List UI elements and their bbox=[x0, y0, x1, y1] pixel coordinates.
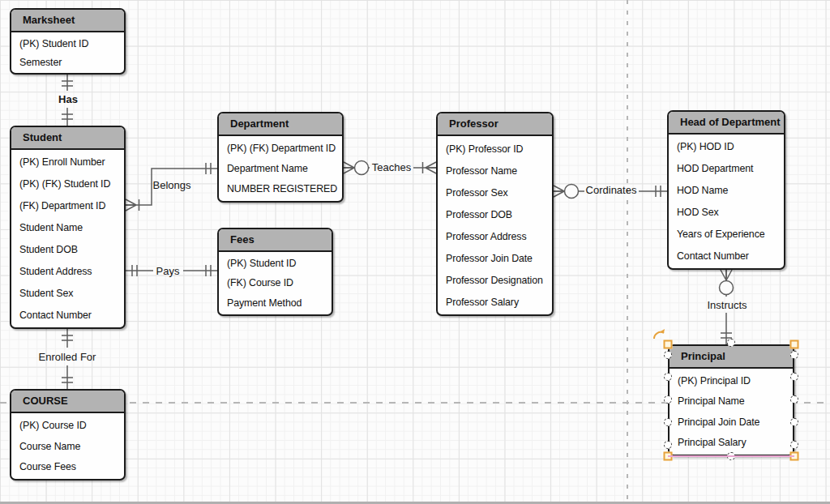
connection-point[interactable] bbox=[664, 351, 672, 359]
connection-point[interactable] bbox=[664, 373, 672, 381]
attribute-row[interactable]: (PK) Student ID bbox=[219, 254, 332, 273]
attribute-row[interactable]: Professor Join Date bbox=[438, 247, 552, 269]
attribute-row[interactable]: (FK) Course ID bbox=[219, 273, 332, 293]
diagram-canvas[interactable]: Marksheet(PK) Student IDSemesterStudent(… bbox=[0, 0, 830, 504]
attribute-row[interactable]: Course Fees bbox=[11, 456, 124, 477]
attribute-list: (PK) Professor IDProfessor NameProfessor… bbox=[438, 136, 552, 314]
entity-title-course[interactable]: COURSE bbox=[11, 391, 124, 413]
relationship-label-belongs[interactable]: Belongs bbox=[152, 179, 193, 191]
attribute-row[interactable]: Professor Sex bbox=[438, 182, 552, 203]
attribute-row[interactable]: Contact Number bbox=[669, 245, 784, 267]
attribute-row[interactable]: Principal Join Date bbox=[670, 412, 793, 433]
relationship-label-enrolled-for[interactable]: Enrolled For bbox=[37, 351, 98, 363]
attribute-row[interactable]: Course Name bbox=[11, 436, 124, 457]
entity-course[interactable]: COURSE(PK) Course IDCourse NameCourse Fe… bbox=[10, 389, 126, 481]
entity-marksheet[interactable]: Marksheet(PK) Student IDSemester bbox=[10, 8, 126, 75]
entity-fees[interactable]: Fees(PK) Student ID(FK) Course IDPayment… bbox=[217, 228, 333, 316]
attribute-row[interactable]: Student Name bbox=[11, 217, 124, 239]
connection-point[interactable] bbox=[727, 339, 735, 347]
attribute-row[interactable]: Years of Experience bbox=[669, 223, 784, 245]
attribute-row[interactable]: Student Sex bbox=[11, 282, 124, 304]
attribute-row[interactable]: NUMBER REGISTERED bbox=[219, 179, 342, 199]
attribute-row[interactable]: HOD Name bbox=[669, 180, 784, 202]
entity-title-principal[interactable]: Principal bbox=[670, 346, 793, 369]
attribute-row[interactable]: HOD Sex bbox=[669, 201, 784, 223]
entity-title-department[interactable]: Department bbox=[219, 113, 342, 136]
entity-student[interactable]: Student(PK) Enroll Number(PK) (FK) Stude… bbox=[10, 126, 126, 329]
connection-point[interactable] bbox=[790, 418, 798, 426]
attribute-row[interactable]: Professor Name bbox=[438, 160, 552, 182]
attribute-row[interactable]: (PK) HOD ID bbox=[669, 136, 784, 158]
attribute-row[interactable]: Professor Address bbox=[438, 225, 552, 247]
resize-handle-ne[interactable] bbox=[790, 340, 799, 349]
attribute-list: (PK) Student IDSemester bbox=[11, 32, 124, 73]
relationship-label-pays[interactable]: Pays bbox=[155, 265, 182, 277]
connection-point[interactable] bbox=[790, 441, 798, 449]
selection-highlight bbox=[668, 455, 794, 457]
connection-point[interactable] bbox=[790, 373, 798, 381]
entity-title-marksheet[interactable]: Marksheet bbox=[11, 10, 124, 32]
attribute-row[interactable]: Student Address bbox=[11, 260, 124, 282]
entity-title-professor[interactable]: Professor bbox=[438, 113, 552, 136]
connection-point[interactable] bbox=[664, 441, 672, 449]
entity-head-of-department[interactable]: Head of Department(PK) HOD IDHOD Departm… bbox=[667, 110, 785, 270]
attribute-row[interactable]: Payment Method bbox=[219, 293, 332, 313]
attribute-row[interactable]: Student DOB bbox=[11, 239, 124, 261]
attribute-list: (PK) Enroll Number(PK) (FK) Student ID(F… bbox=[11, 150, 124, 327]
attribute-row[interactable]: Principal Name bbox=[670, 391, 793, 412]
entity-principal[interactable]: Principal(PK) Principal IDPrincipal Name… bbox=[668, 344, 794, 456]
attribute-row[interactable]: Professor Designation bbox=[438, 269, 552, 291]
attribute-list: (PK) (FK) Department IDDepartment NameNU… bbox=[219, 136, 342, 201]
attribute-row[interactable]: Department Name bbox=[219, 158, 342, 178]
attribute-row[interactable]: (PK) (FK) Student ID bbox=[11, 173, 124, 195]
cardinality-zero-many-marker bbox=[344, 161, 369, 175]
rotate-handle-icon[interactable] bbox=[652, 327, 668, 343]
relationship-label-has[interactable]: Has bbox=[57, 93, 79, 105]
entity-title-student[interactable]: Student bbox=[11, 127, 124, 150]
attribute-row[interactable]: (PK) Enroll Number bbox=[11, 152, 124, 173]
connection-point[interactable] bbox=[790, 351, 798, 359]
attribute-row[interactable]: HOD Department bbox=[669, 158, 784, 180]
attribute-list: (PK) Principal IDPrincipal NamePrincipal… bbox=[670, 369, 793, 455]
attribute-row[interactable]: Principal Salary bbox=[670, 433, 793, 454]
attribute-row[interactable]: (PK) Principal ID bbox=[670, 370, 793, 391]
cardinality-zero-many-marker bbox=[554, 185, 579, 199]
entity-department[interactable]: Department(PK) (FK) Department IDDepartm… bbox=[217, 112, 344, 203]
attribute-row[interactable]: (PK) Student ID bbox=[11, 34, 124, 53]
attribute-row[interactable]: (PK) (FK) Department ID bbox=[219, 138, 342, 158]
connection-point[interactable] bbox=[664, 418, 672, 426]
attribute-list: (PK) Student ID(FK) Course IDPayment Met… bbox=[219, 252, 332, 314]
attribute-row[interactable]: (PK) Professor ID bbox=[438, 138, 552, 160]
attribute-list: (PK) Course IDCourse NameCourse Fees bbox=[11, 413, 124, 479]
entity-title-fees[interactable]: Fees bbox=[219, 229, 332, 252]
attribute-row[interactable]: Semester bbox=[11, 53, 124, 71]
connection-point[interactable] bbox=[664, 395, 672, 404]
attribute-row[interactable]: Contact Number bbox=[11, 304, 124, 326]
attribute-row[interactable]: (PK) Course ID bbox=[11, 415, 124, 436]
attribute-row[interactable]: Professor Salary bbox=[438, 291, 552, 313]
entity-title-head-of-department[interactable]: Head of Department bbox=[669, 112, 784, 135]
relationship-label-teaches[interactable]: Teaches bbox=[370, 161, 413, 173]
attribute-row[interactable]: (FK) Department ID bbox=[11, 195, 124, 217]
cardinality-zero-many-marker bbox=[720, 270, 734, 295]
entity-professor[interactable]: Professor(PK) Professor IDProfessor Name… bbox=[436, 112, 554, 316]
attribute-row[interactable]: Professor DOB bbox=[438, 203, 552, 225]
relationship-label-instructs[interactable]: Instructs bbox=[705, 299, 748, 311]
relationship-label-cordinates[interactable]: Cordinates bbox=[584, 184, 639, 196]
connection-point[interactable] bbox=[790, 395, 798, 404]
attribute-list: (PK) HOD IDHOD DepartmentHOD NameHOD Sex… bbox=[669, 135, 784, 268]
